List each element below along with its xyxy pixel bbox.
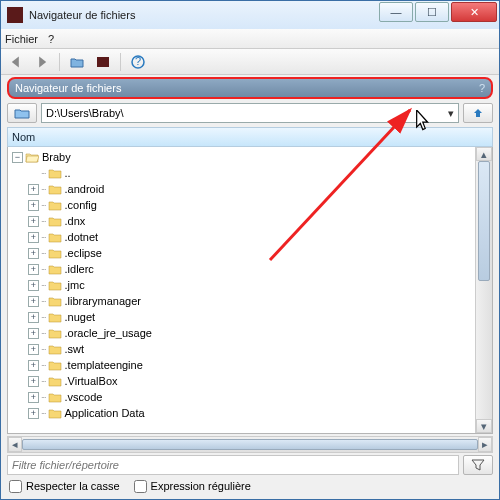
back-button[interactable] <box>5 52 27 72</box>
minimize-button[interactable]: — <box>379 2 413 22</box>
tree-view: − Braby ··· .. +···.android+···.config+·… <box>7 147 493 434</box>
close-button[interactable]: ✕ <box>451 2 497 22</box>
case-checkbox[interactable]: Respecter la casse <box>9 480 120 493</box>
menu-file[interactable]: Fichier <box>5 33 38 45</box>
tree-item-label: Application Data <box>65 407 145 419</box>
filter-row <box>1 455 499 477</box>
folder-icon <box>48 263 62 275</box>
scroll-up-arrow[interactable]: ▴ <box>476 147 492 161</box>
folder-button[interactable] <box>66 52 88 72</box>
folder-icon <box>48 295 62 307</box>
folder-icon <box>48 183 62 195</box>
folder-icon <box>48 311 62 323</box>
path-combobox[interactable]: D:\Users\Braby\ ▾ <box>41 103 459 123</box>
tree-item[interactable]: +···.android <box>10 181 475 197</box>
forward-button[interactable] <box>31 52 53 72</box>
tree-root-label: Braby <box>42 151 71 163</box>
tree-item-label: .dnx <box>65 215 86 227</box>
tree-item[interactable]: +···Application Data <box>10 405 475 421</box>
vertical-scrollbar[interactable]: ▴ ▾ <box>475 147 492 433</box>
scroll-thumb[interactable] <box>478 161 490 281</box>
tree-item-label: .VirtualBox <box>65 375 118 387</box>
expand-icon[interactable]: + <box>28 344 39 355</box>
toolbar-separator <box>120 53 121 71</box>
tree-item[interactable]: +···.librarymanager <box>10 293 475 309</box>
menubar: Fichier ? <box>1 29 499 49</box>
maximize-button[interactable]: ☐ <box>415 2 449 22</box>
expand-icon[interactable]: + <box>28 360 39 371</box>
tree-item[interactable]: +···.swt <box>10 341 475 357</box>
file-browser-window: Navigateur de fichiers — ☐ ✕ Fichier ? ?… <box>0 0 500 500</box>
toolbar-separator <box>59 53 60 71</box>
help-button[interactable]: ? <box>127 52 149 72</box>
scroll-thumb-h[interactable] <box>22 439 478 450</box>
tree-item[interactable]: +···.templateengine <box>10 357 475 373</box>
tree-item[interactable]: +···.nuget <box>10 309 475 325</box>
expand-icon[interactable]: + <box>28 408 39 419</box>
svg-text:?: ? <box>135 55 141 67</box>
tree-item-label: .idlerc <box>65 263 94 275</box>
folder-icon <box>48 167 62 179</box>
folder-icon <box>48 199 62 211</box>
titlebar[interactable]: Navigateur de fichiers — ☐ ✕ <box>1 1 499 29</box>
expand-icon[interactable]: + <box>28 200 39 211</box>
tree-scroll-area[interactable]: − Braby ··· .. +···.android+···.config+·… <box>8 147 475 433</box>
expand-icon[interactable]: + <box>28 184 39 195</box>
chevron-down-icon: ▾ <box>448 107 454 120</box>
tree-item-label: .librarymanager <box>65 295 141 307</box>
banner-bar[interactable]: Navigateur de fichiers ? <box>7 77 493 99</box>
window-title: Navigateur de fichiers <box>29 9 379 21</box>
regex-checkbox[interactable]: Expression régulière <box>134 480 251 493</box>
path-row: D:\Users\Braby\ ▾ <box>1 101 499 125</box>
tree-item[interactable]: +···.oracle_jre_usage <box>10 325 475 341</box>
tree-item[interactable]: +···.VirtualBox <box>10 373 475 389</box>
expand-icon[interactable]: + <box>28 312 39 323</box>
scroll-right-arrow[interactable]: ▸ <box>478 437 492 452</box>
expand-icon[interactable]: + <box>28 392 39 403</box>
column-header-name[interactable]: Nom <box>7 127 493 147</box>
banner-help-icon[interactable]: ? <box>479 82 485 94</box>
up-directory-button[interactable] <box>463 103 493 123</box>
path-value: D:\Users\Braby\ <box>46 107 124 119</box>
collapse-icon[interactable]: − <box>12 152 23 163</box>
tree-item[interactable]: +···.jmc <box>10 277 475 293</box>
expand-icon[interactable]: + <box>28 248 39 259</box>
tree-item[interactable]: +···.dotnet <box>10 229 475 245</box>
expand-icon[interactable]: + <box>28 232 39 243</box>
folder-icon <box>48 391 62 403</box>
expand-icon[interactable]: + <box>28 376 39 387</box>
expand-icon[interactable]: + <box>28 216 39 227</box>
banner-text: Navigateur de fichiers <box>15 82 121 94</box>
tree-item[interactable]: +···.vscode <box>10 389 475 405</box>
expand-icon[interactable]: + <box>28 280 39 291</box>
folder-icon <box>48 407 62 419</box>
horizontal-scrollbar[interactable]: ◂ ▸ <box>7 436 493 453</box>
options-row: Respecter la casse Expression régulière <box>1 477 499 499</box>
tree-item[interactable]: +···.dnx <box>10 213 475 229</box>
scroll-down-arrow[interactable]: ▾ <box>476 419 492 433</box>
svg-rect-0 <box>97 57 109 67</box>
menu-help[interactable]: ? <box>48 33 54 45</box>
tree-item-label: .android <box>65 183 105 195</box>
expand-icon[interactable]: + <box>28 264 39 275</box>
tree-up-item[interactable]: ··· .. <box>10 165 475 181</box>
scroll-left-arrow[interactable]: ◂ <box>8 437 22 452</box>
tree-root[interactable]: − Braby <box>10 149 475 165</box>
drive-icon-button[interactable] <box>7 103 37 123</box>
expand-icon[interactable]: + <box>28 296 39 307</box>
tree-item-label: .swt <box>65 343 85 355</box>
toolbar: ? <box>1 49 499 75</box>
filter-button[interactable] <box>463 455 493 475</box>
folder-icon <box>48 359 62 371</box>
tree-item[interactable]: +···.config <box>10 197 475 213</box>
tree-up-label: .. <box>65 167 71 179</box>
folder-open-icon <box>25 151 39 163</box>
filter-input[interactable] <box>7 455 459 475</box>
folder-icon <box>48 231 62 243</box>
app-folder-button[interactable] <box>92 52 114 72</box>
folder-icon <box>48 327 62 339</box>
tree-item[interactable]: +···.eclipse <box>10 245 475 261</box>
tree-item-label: .vscode <box>65 391 103 403</box>
tree-item[interactable]: +···.idlerc <box>10 261 475 277</box>
expand-icon[interactable]: + <box>28 328 39 339</box>
